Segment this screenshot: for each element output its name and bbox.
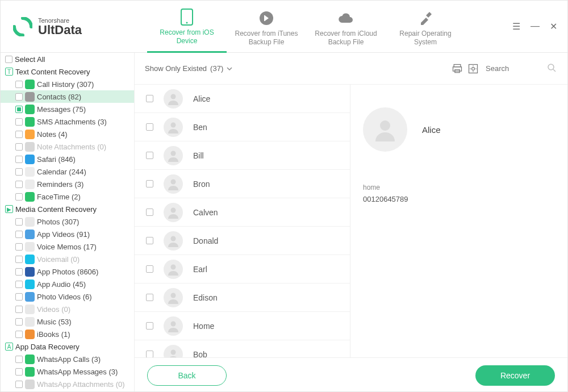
checkbox[interactable] <box>15 293 23 301</box>
checkbox[interactable] <box>146 351 153 357</box>
checkbox[interactable] <box>146 95 153 102</box>
checkbox[interactable] <box>15 331 23 338</box>
checkbox[interactable] <box>15 356 23 363</box>
checkbox[interactable] <box>15 193 23 201</box>
category-icon <box>25 367 35 377</box>
tab-1[interactable]: Recover from iTunesBackup File <box>227 1 306 53</box>
settings-icon[interactable] <box>467 63 479 74</box>
checkbox[interactable] <box>15 181 23 188</box>
sidebar-item-1-0[interactable]: Photos (307) <box>1 215 134 228</box>
checkbox[interactable] <box>146 322 153 330</box>
tab-0[interactable]: Recover from iOSDevice <box>147 1 227 53</box>
checkbox[interactable] <box>5 56 12 63</box>
detail-field-label: home <box>363 184 555 191</box>
tab-icon <box>258 9 274 27</box>
contact-row[interactable]: Donald <box>135 227 350 255</box>
sidebar-item-1-4[interactable]: App Photos (8606) <box>1 265 134 278</box>
section-icon: ▶ <box>5 205 13 213</box>
contact-name: Donald <box>193 236 218 245</box>
sidebar-item-0-8[interactable]: Reminders (3) <box>1 178 134 190</box>
sidebar-item-2-0[interactable]: WhatsApp Calls (3) <box>1 353 134 365</box>
back-button[interactable]: Back <box>147 365 227 386</box>
sidebar-item-2-1[interactable]: WhatsApp Messages (3) <box>1 365 134 378</box>
checkbox[interactable] <box>146 294 153 301</box>
sidebar-item-1-3[interactable]: Voicemail (0) <box>1 253 134 265</box>
checkbox[interactable] <box>15 381 23 388</box>
contact-row[interactable]: Bron <box>135 170 350 198</box>
avatar-icon <box>164 231 183 251</box>
checkbox[interactable] <box>15 156 23 163</box>
checkbox[interactable] <box>15 306 23 313</box>
avatar-icon <box>164 260 183 279</box>
sidebar-item-0-1[interactable]: Contacts (82) <box>1 90 134 103</box>
sidebar-item-2-2[interactable]: WhatsApp Attachments (0) <box>1 378 134 390</box>
sidebar-item-label: Reminders (3) <box>37 180 83 189</box>
checkbox[interactable] <box>15 106 23 113</box>
contact-row[interactable]: Bill <box>135 141 350 170</box>
filter-dropdown[interactable]: Show Only Existed (37) <box>145 64 232 73</box>
checkbox[interactable] <box>146 237 153 244</box>
checkbox[interactable] <box>15 368 23 376</box>
contact-name: Bill <box>193 151 204 160</box>
sidebar-item-0-5[interactable]: Note Attachments (0) <box>1 140 134 153</box>
section-2[interactable]: A App Data Recovery <box>1 340 134 353</box>
sidebar-item-0-0[interactable]: Call History (307) <box>1 78 134 90</box>
chevron-down-icon <box>227 66 232 72</box>
recover-button[interactable]: Recover <box>475 365 555 386</box>
select-all[interactable]: Select All <box>1 53 134 65</box>
sidebar-item-0-3[interactable]: SMS Attachments (3) <box>1 115 134 128</box>
sidebar-item-0-2[interactable]: Messages (75) <box>1 103 134 115</box>
print-icon[interactable] <box>452 63 463 74</box>
contact-row[interactable]: Ben <box>135 113 350 141</box>
minimize-icon[interactable]: — <box>531 21 540 32</box>
checkbox[interactable] <box>15 118 23 126</box>
checkbox[interactable] <box>15 218 23 226</box>
section-1[interactable]: ▶ Media Content Recovery <box>1 203 134 215</box>
category-icon <box>25 305 35 314</box>
contact-row[interactable]: Bob <box>135 340 350 357</box>
checkbox[interactable] <box>15 281 23 288</box>
checkbox[interactable] <box>146 123 153 131</box>
checkbox[interactable] <box>146 265 153 273</box>
checkbox[interactable] <box>146 180 153 187</box>
sidebar-item-0-9[interactable]: FaceTime (2) <box>1 190 134 203</box>
checkbox[interactable] <box>15 256 23 263</box>
checkbox[interactable] <box>15 318 23 326</box>
sidebar-item-0-6[interactable]: Safari (846) <box>1 153 134 165</box>
sidebar-item-1-1[interactable]: App Videos (91) <box>1 228 134 240</box>
section-icon: A <box>5 343 13 351</box>
section-icon: T <box>5 68 13 76</box>
sidebar-item-1-2[interactable]: Voice Memos (17) <box>1 240 134 253</box>
sidebar-item-1-6[interactable]: Photo Videos (6) <box>1 290 134 303</box>
checkbox[interactable] <box>15 168 23 176</box>
checkbox[interactable] <box>15 268 23 276</box>
checkbox[interactable] <box>15 143 23 151</box>
sidebar-item-1-7[interactable]: Videos (0) <box>1 303 134 315</box>
tab-2[interactable]: Recover from iCloudBackup File <box>306 1 386 53</box>
close-icon[interactable]: ✕ <box>550 21 557 32</box>
menu-icon[interactable]: ☰ <box>512 21 520 32</box>
contact-row[interactable]: Earl <box>135 255 350 283</box>
category-icon <box>25 130 35 139</box>
checkbox[interactable] <box>146 208 153 216</box>
checkbox[interactable] <box>15 231 23 238</box>
sidebar-item-label: App Videos (91) <box>37 230 90 239</box>
sidebar-item-0-7[interactable]: Calendar (244) <box>1 165 134 178</box>
checkbox[interactable] <box>15 243 23 251</box>
contact-row[interactable]: Calven <box>135 198 350 227</box>
search-input[interactable] <box>483 62 557 75</box>
sidebar-item-1-9[interactable]: iBooks (1) <box>1 328 134 340</box>
tab-3[interactable]: Repair OperatingSystem <box>386 1 465 53</box>
sidebar-item-0-4[interactable]: Notes (4) <box>1 128 134 140</box>
checkbox[interactable] <box>15 93 23 101</box>
contact-row[interactable]: Home <box>135 312 350 340</box>
sidebar-item-1-8[interactable]: Music (53) <box>1 315 134 328</box>
checkbox[interactable] <box>146 152 153 159</box>
sidebar-item-label: Calendar (244) <box>37 168 86 176</box>
checkbox[interactable] <box>15 131 23 138</box>
section-0[interactable]: T Text Content Recovery <box>1 65 134 78</box>
contact-row[interactable]: Edison <box>135 283 350 312</box>
checkbox[interactable] <box>15 81 23 88</box>
contact-row[interactable]: Alice <box>135 85 350 113</box>
sidebar-item-1-5[interactable]: App Audio (45) <box>1 278 134 290</box>
